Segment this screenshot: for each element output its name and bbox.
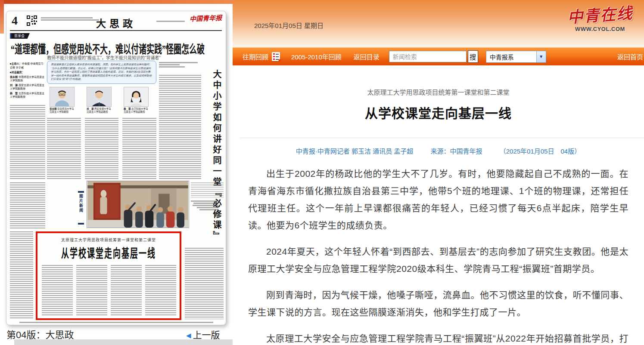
- vertical-headline: 大中小学如何讲好同一堂『必修课』: [205, 70, 223, 245]
- article-paragraph: 刚到青海时，因为气候干燥，他嗓子嘶哑，流鼻血。他不习惯这里的饮食，听不懂同事、学…: [248, 286, 628, 321]
- newsprint-columns: [47, 118, 156, 180]
- newsprint-text-simulation: [159, 75, 201, 180]
- newsprint-text-simulation: [145, 265, 176, 316]
- article-paragraph: 出生于2002年的杨政比他的学生大不了几岁。有时，他要隐藏起自己不成熟的一面。在…: [248, 165, 628, 234]
- top-orange-strip: [0, 0, 233, 4]
- paper-series-select[interactable]: 中青报系 ▼: [486, 51, 546, 63]
- newsprint-text-simulation: [111, 265, 142, 316]
- newsprint-text-simulation: [191, 182, 224, 198]
- article-content: 太原理工大学用思政项目统筹第一课堂和第二课堂 从学校课堂走向基层一线 中青报·中…: [233, 67, 644, 345]
- reporter-credit-micro: [159, 62, 201, 68]
- header-rule: [10, 30, 222, 31]
- article-paragraph: 2024年夏天，这个年轻人怀着“到西部去、到基层去”的志向参加了研究生支教团。他…: [248, 243, 628, 277]
- photo-caption-micro: [191, 200, 218, 211]
- page-label: 第04版：大思政: [6, 327, 74, 341]
- nav-archive-2005-2010[interactable]: 2005-2010年回顾: [291, 52, 342, 61]
- guest-portrait: 张永刚 华南师范大学马克思主义学院教授: [50, 87, 75, 114]
- newsprint-text-simulation: [47, 118, 81, 180]
- highlighted-article-link[interactable]: 太原理工大学用思政项目统筹第一课堂和第二课堂 从学校课堂走向基层一线: [36, 231, 181, 320]
- guests-label: ■对话嘉宾：: [10, 71, 25, 74]
- newsprint-text-simulation: [10, 105, 45, 180]
- search-button[interactable]: 搜: [468, 50, 478, 63]
- guest-portrait: 杨 慧 北京科技大学马克思主义学院副教授: [124, 87, 149, 114]
- cyol-logo-url: WWW.CYOL.COM: [567, 26, 633, 32]
- navbar: 往期回顾 2005-2010年回顾 返回目录 搜 中青报系 ▼ 返回首页: [233, 47, 644, 67]
- nav-back-home[interactable]: 返回首页: [617, 52, 644, 61]
- newspaper-page-image[interactable]: 4 大思政 中国青年报 思享会 “道理都懂，但感觉用处不大，难以付诸实践”怪圈怎…: [6, 11, 226, 325]
- paper-footer-micro: [19, 322, 213, 324]
- byline-authors: 中青报·中青网记者 郭玉洁 通讯员 孟子超: [296, 148, 414, 155]
- nav-back-issues[interactable]: 往期回顾: [243, 52, 268, 61]
- guest-entry: 杨 慧北京科技大学马克思主义学院副教授: [10, 92, 45, 99]
- prev-page-link[interactable]: ◀上一版: [186, 328, 220, 341]
- boxed-article-columns: [42, 265, 176, 316]
- paper-edition-date-micro: [156, 21, 185, 23]
- site-logo[interactable]: 中青在线 WWW.CYOL.COM: [567, 3, 633, 32]
- newsprint-text-simulation: [76, 265, 107, 316]
- chevron-down-icon: ▼: [536, 51, 546, 62]
- guest-entry: 刘 源西安交通大学马克思主义学院副教授: [10, 83, 45, 91]
- newsprint-text-simulation: [122, 118, 156, 180]
- portrait-photo-man-suit: [87, 87, 112, 107]
- paper-masthead-logo: 中国青年报: [190, 13, 224, 23]
- newsprint-text-simulation: [185, 248, 224, 319]
- host-label: ■主持人：: [10, 62, 22, 65]
- prev-page-label: 上一版: [193, 330, 220, 340]
- guest-portrait: 刘 源 西安交通大学马克思主义学院副教授: [87, 87, 112, 114]
- moderator-guests-block: ■主持人：中青报·中青网见习记者 许子威 ■对话嘉宾： 张永刚华南师范大学马克思…: [10, 62, 45, 99]
- boxed-article-kicker: 太原理工大学用思政项目统筹第一课堂和第二课堂: [37, 237, 180, 243]
- divider: [240, 138, 644, 138]
- article-title: 从学校课堂走向基层一线: [233, 103, 644, 122]
- prev-arrow-icon: ◀: [186, 332, 191, 339]
- portrait-photo-man-glasses: [50, 87, 75, 107]
- nav-back-contents[interactable]: 返回目录: [354, 52, 380, 61]
- newsprint-text-simulation: [85, 118, 119, 180]
- search-input[interactable]: [389, 51, 467, 62]
- article-body: 出生于2002年的杨政比他的学生大不了几岁。有时，他要隐藏起自己不成熟的一面。在…: [248, 165, 628, 345]
- newspaper-panel: 4 大思政 中国青年报 思享会 “道理都懂，但感觉用处不大，难以付诸实践”怪圈怎…: [0, 0, 233, 345]
- column-tag: 思享会: [10, 33, 30, 39]
- paper-sub-headline: 教师不能只做道理的“搬运工”，学生不能只是知识的“背诵者”: [13, 54, 194, 61]
- portrait-photo-woman: [124, 87, 149, 107]
- site-header: 2025年01月05日 星期日 中青在线 WWW.CYOL.COM: [233, 0, 644, 47]
- site-date: 2025年01月05日 星期日: [254, 21, 324, 30]
- article-kicker: 太原理工大学用思政项目统筹第一课堂和第二课堂: [233, 87, 644, 96]
- newsprint-text-simulation: [42, 265, 73, 316]
- photo-news-label: 图片新闻: [78, 191, 84, 225]
- article-paragraph: 太原理工大学安全与应急管理工程学院青马工程“振翼班”从2022年开始招募首批学员…: [248, 330, 628, 345]
- back-issues-calendar-icon[interactable]: [272, 52, 280, 61]
- bottom-edge-strip: [14, 339, 233, 345]
- byline-issue: （2025年01月05日 04版）: [500, 148, 581, 155]
- newsprint-text-simulation: [10, 231, 33, 319]
- boxed-article-headline: 从学校课堂走向基层一线: [37, 243, 180, 261]
- article-panel: 2025年01月05日 星期日 中青在线 WWW.CYOL.COM 往期回顾 2…: [233, 0, 644, 345]
- photo-news-image: [87, 181, 189, 228]
- left-orange-strip: [0, 0, 4, 34]
- paper-series-value: 中青报系: [486, 52, 536, 61]
- cyol-logo-text: 中青在线: [566, 0, 633, 27]
- intro-quote-box: 思政课是落实立德树人根本任务的关键课程。然而，有的学生上完思政课有这样的疑问：“…: [47, 61, 156, 84]
- byline-source: 来源：中国青年报: [431, 148, 482, 155]
- newsprint-text-simulation: [10, 182, 45, 229]
- article-byline: 中青报·中青网记者 郭玉洁 通讯员 孟子超 来源：中国青年报 （2025年01月…: [233, 146, 644, 155]
- guest-entry: 张永刚华南师范大学马克思主义学院教授: [10, 75, 45, 83]
